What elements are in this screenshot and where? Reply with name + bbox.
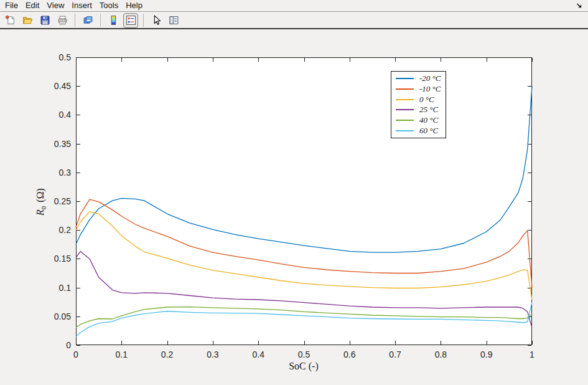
printer-icon [57, 15, 68, 26]
y-tick-label: 0.05 [27, 311, 71, 321]
legend-label: 40 °C [419, 115, 438, 125]
legend-entry[interactable]: -10 °C [391, 84, 446, 93]
y-tick-label: 0.3 [27, 168, 71, 178]
menu-overflow-icon[interactable] [576, 2, 583, 9]
new-figure-button[interactable] [2, 13, 17, 28]
y-tick-label: 0.25 [27, 196, 71, 206]
floppy-disk-icon [40, 15, 50, 26]
edit-plot-button[interactable] [149, 13, 164, 28]
y-tick-label: 0 [27, 340, 71, 350]
x-tick-label: 0.7 [380, 349, 411, 359]
toolbar-separator [100, 14, 101, 27]
legend-icon [126, 15, 136, 26]
y-tick-label: 0.15 [27, 254, 71, 264]
legend-line-swatch [396, 120, 414, 121]
x-tick-label: 0.3 [197, 349, 228, 359]
link-plot-button[interactable] [80, 13, 95, 28]
x-tick-label: 0.9 [471, 349, 502, 359]
legend-line-swatch [396, 99, 414, 100]
x-tick-label: 0.1 [106, 349, 137, 359]
menu-item-edit[interactable]: Edit [22, 0, 43, 11]
menu-item-help[interactable]: Help [122, 0, 146, 11]
axes [76, 57, 532, 345]
legend-label: 60 °C [419, 126, 438, 136]
y-tick-label: 0.45 [27, 81, 71, 91]
legend-line-swatch [396, 109, 414, 110]
menubar: FileEditViewInsertToolsHelp [0, 0, 588, 12]
legend-entry[interactable]: 25 °C [391, 105, 446, 115]
menu-item-file[interactable]: File [1, 0, 22, 11]
legend-line-swatch [396, 88, 414, 90]
insert-colorbar-button[interactable] [106, 13, 121, 28]
legend-entry[interactable]: -20 °C [391, 74, 446, 83]
y-tick-label: 0.4 [27, 110, 71, 120]
x-axis-label: SoC (-) [251, 361, 357, 372]
menu-item-tools[interactable]: Tools [96, 0, 122, 11]
y-tick-label: 0.1 [27, 283, 71, 293]
save-figure-button[interactable] [37, 13, 52, 28]
open-file-button[interactable] [20, 13, 35, 28]
cursor-arrow-icon [151, 15, 162, 26]
legend-entry[interactable]: 40 °C [391, 115, 446, 125]
x-tick-label: 0.6 [334, 349, 365, 359]
new-document-icon [5, 15, 16, 26]
x-tick-label: 0 [60, 349, 91, 359]
y-tick-label: 0.2 [27, 225, 71, 235]
property-inspector-icon [169, 15, 179, 26]
toolbar [0, 12, 588, 29]
y-axis-label: R0(Ω) [35, 188, 47, 216]
insert-legend-button[interactable] [123, 13, 138, 28]
legend-label: -10 °C [419, 84, 441, 94]
legend-label: 0 °C [419, 95, 434, 105]
menu-item-view[interactable]: View [43, 0, 68, 11]
x-tick-label: 0.4 [243, 349, 274, 359]
legend-entry[interactable]: 0 °C [391, 95, 446, 104]
matlab-figure-window: { "menubar": { "items": ["File", "Edit",… [0, 0, 588, 385]
legend-line-swatch [396, 78, 414, 79]
toolbar-separator [143, 14, 144, 27]
x-tick-label: 1 [516, 349, 548, 359]
legend-label: -20 °C [419, 74, 441, 83]
legend-entry[interactable]: 60 °C [391, 126, 446, 135]
x-tick-label: 0.8 [425, 349, 456, 359]
legend[interactable]: -20 °C-10 °C0 °C25 °C40 °C60 °C [391, 71, 446, 138]
folder-open-icon [22, 15, 33, 26]
y-tick-label: 0.5 [27, 52, 71, 62]
x-tick-label: 0.5 [289, 349, 320, 359]
legend-label: 25 °C [419, 105, 438, 115]
x-tick-label: 0.2 [152, 349, 183, 359]
toolbar-separator [75, 14, 75, 27]
legend-line-swatch [396, 130, 414, 131]
plot-area [76, 57, 532, 345]
print-button[interactable] [55, 13, 70, 28]
colorbar-icon [108, 15, 119, 26]
link-plot-icon [83, 15, 93, 26]
y-tick-label: 0.35 [27, 139, 71, 149]
property-inspector-button[interactable] [166, 13, 181, 28]
menu-item-insert[interactable]: Insert [68, 0, 96, 11]
